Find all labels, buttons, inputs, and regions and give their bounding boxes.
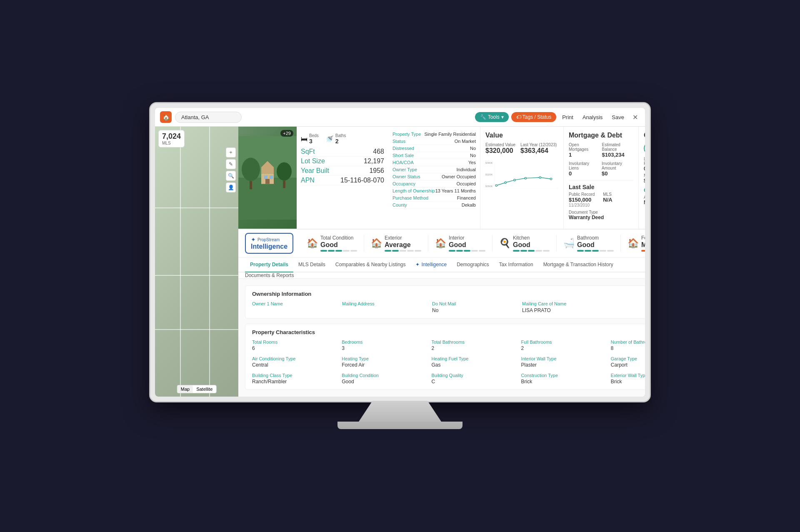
tab-intelligence[interactable]: ✦ Intelligence — [410, 257, 452, 272]
toolbar-buttons: 🔧 Tools ▾ 🏷 Tags / Status Print Analysis… — [475, 112, 640, 122]
print-button[interactable]: Print — [559, 112, 577, 122]
top-bar: 🏠 Atlanta, GA 🔧 Tools ▾ 🏷 Tags / Status … — [155, 108, 645, 127]
involuntary-liens: Involuntary Liens 0 — [569, 161, 597, 177]
map-panel: 7,024 MLS + ✎ 🔍 👤 Map Satellite — [155, 127, 238, 397]
save-button[interactable]: Save — [608, 112, 628, 122]
analysis-button[interactable]: Analysis — [579, 112, 606, 122]
map-controls: + ✎ 🔍 👤 — [226, 147, 236, 192]
map-satellite-toggle: Map Satellite — [177, 385, 217, 393]
person-icon[interactable]: 👤 — [226, 182, 236, 192]
property-type-row: Property Type Single Family Residential — [392, 131, 476, 138]
svg-text:$390K: $390K — [485, 161, 493, 164]
hoa-row: HOA/COA Yes — [392, 159, 476, 166]
screen-inner: 🏠 Atlanta, GA 🔧 Tools ▾ 🏷 Tags / Status … — [155, 108, 645, 397]
location-search[interactable]: Atlanta, GA — [175, 112, 242, 123]
satellite-tab[interactable]: Satellite — [193, 385, 216, 393]
svg-text:$325K: $325K — [485, 173, 493, 176]
bed-icon: 🛏 — [301, 135, 308, 143]
total-rooms: Total Rooms 6 — [252, 340, 337, 351]
pencil-icon[interactable]: ✎ — [226, 159, 236, 169]
exterior-condition-bar — [385, 250, 421, 252]
svg-rect-9 — [270, 176, 273, 179]
kitchen-condition-bar — [513, 250, 550, 252]
total-condition-block: 🏠 Total Condition Good — [300, 235, 364, 252]
purchase-method-row: Purchase Method Financed — [392, 195, 476, 202]
ownership-grid: Owner 1 Name Mailing Address Do Not Mail — [252, 301, 645, 313]
intelligence-bar: ✦ PropStream Intelligence 🏠 Total Condit… — [238, 229, 645, 257]
zoom-in-button[interactable]: + — [226, 147, 236, 157]
svg-rect-10 — [265, 179, 270, 184]
last-sale-grid: Public Record $150,000 11/23/2010 MLS N/… — [569, 192, 633, 207]
chevron-down-icon: ▾ — [501, 114, 504, 120]
tags-button[interactable]: 🏷 Tags / Status — [511, 112, 557, 122]
short-sale-row: Short Sale No — [392, 152, 476, 159]
monitor-screen: 🏠 Atlanta, GA 🔧 Tools ▾ 🏷 Tags / Status … — [150, 103, 650, 402]
property-image: +29 — [238, 127, 297, 229]
tab-mls-details[interactable]: MLS Details — [293, 257, 330, 272]
equity-icon: ◎ — [644, 142, 645, 154]
foreclosure-icon: 🏠 — [628, 238, 639, 249]
tools-button[interactable]: 🔧 Tools ▾ — [475, 112, 509, 122]
mailing-care-item: Mailing Care of Name LISA PRATO — [522, 301, 605, 313]
interior-condition-bar — [449, 250, 485, 252]
ownership-length-row: Length of Ownership 13 Years 11 Months — [392, 187, 476, 195]
kitchen-condition-block: 🍳 Kitchen Good — [492, 235, 557, 252]
tab-demographics[interactable]: Demographics — [452, 257, 494, 272]
mortgages-row: Open Mortgages 1 Estimated Balance $103,… — [569, 142, 633, 158]
chars-grid: Total Rooms 6 Bedrooms 3 Total Bathrooms… — [252, 340, 645, 385]
close-button[interactable]: ✕ — [630, 112, 640, 122]
interior-wall-type: Interior Wall Type Plaster — [521, 356, 606, 368]
exterior-icon: 🏠 — [371, 238, 382, 249]
app-logo: 🏠 — [160, 111, 172, 123]
property-type-fields: Property Type Single Family Residential … — [388, 127, 480, 229]
monitor-base — [338, 422, 462, 429]
mls-sale: MLS N/A — [603, 192, 612, 207]
mortgage-section: Mortgage & Debt Open Mortgages 1 Estimat… — [563, 127, 638, 229]
last-sale-section: Last Sale Public Record $150,000 11/23/2… — [569, 180, 633, 224]
value-section: Value Estimated Value $320,000 Last Year… — [480, 127, 563, 229]
bathroom-condition-block: 🛁 Bathroom Good — [557, 235, 621, 252]
owner-status-row: Owner Status Owner Occupied — [392, 173, 476, 180]
property-top: +29 🛏 Beds 3 — [238, 127, 645, 229]
svg-point-2 — [242, 158, 260, 181]
equity-row: ◎ Equity (est.) $216,766 68% High — [644, 142, 645, 154]
ownership-section: Ownership Information Owner 1 Name Maili… — [245, 285, 645, 319]
foreclosure-bar — [641, 250, 645, 252]
heating-type: Heating Type Forced Air — [342, 356, 426, 368]
kitchen-icon: 🍳 — [499, 238, 510, 249]
propstream-brand: ✦ PropStream Intelligence — [245, 233, 293, 254]
total-condition-icon: 🏠 — [307, 238, 318, 249]
monitor-wrapper: 🏠 Atlanta, GA 🔧 Tools ▾ 🏷 Tags / Status … — [150, 103, 650, 429]
svg-text:$260K: $260K — [485, 185, 493, 187]
owner-name-item: Owner 1 Name — [252, 301, 335, 313]
map-tab[interactable]: Map — [178, 385, 193, 393]
tab-comparables[interactable]: Comparables & Nearby Listings — [330, 257, 411, 272]
search-icon[interactable]: 🔍 — [226, 171, 236, 181]
svg-point-20 — [539, 177, 541, 178]
sqft-row: SqFt 468 — [301, 147, 384, 157]
tab-tax-info[interactable]: Tax Information — [494, 257, 538, 272]
interior-icon: 🏠 — [435, 238, 446, 249]
beds-baths: 🛏 Beds 3 🚿 Baths — [301, 131, 384, 147]
svg-point-17 — [505, 182, 506, 183]
total-condition-bar — [320, 250, 357, 252]
exterior-wall-type: Exterior Wall Type Brick — [611, 373, 645, 385]
content-area: Ownership Information Owner 1 Name Maili… — [238, 279, 645, 397]
year-built-row: Year Built 1956 — [301, 166, 384, 176]
estimated-balance: Estimated Balance $103,234 — [602, 142, 633, 158]
ac-type: Air Conditioning Type Central — [252, 356, 337, 368]
tab-mortgage-history[interactable]: Mortgage & Transaction History — [538, 257, 618, 272]
building-quality: Building Quality C — [431, 373, 516, 385]
bathroom-condition-bar — [577, 250, 614, 252]
svg-rect-5 — [283, 181, 285, 188]
beds-item: 🛏 Beds 3 — [301, 133, 319, 145]
mls-badge: 7,024 MLS — [158, 130, 185, 147]
property-panel: +29 🛏 Beds 3 — [238, 127, 645, 397]
linked-properties: Linked Properties 0 — [644, 157, 645, 172]
bathroom-icon: 🛁 — [563, 238, 575, 249]
public-record: Public Record $150,000 11/23/2010 — [569, 192, 595, 207]
svg-point-4 — [277, 162, 292, 181]
value-row: Estimated Value $320,000 Last Year (12/2… — [485, 142, 558, 155]
property-fields: 🛏 Beds 3 🚿 Baths — [297, 127, 388, 229]
comps-grid: Avg. Sale Price N/A Days on Market N/A — [644, 195, 645, 205]
